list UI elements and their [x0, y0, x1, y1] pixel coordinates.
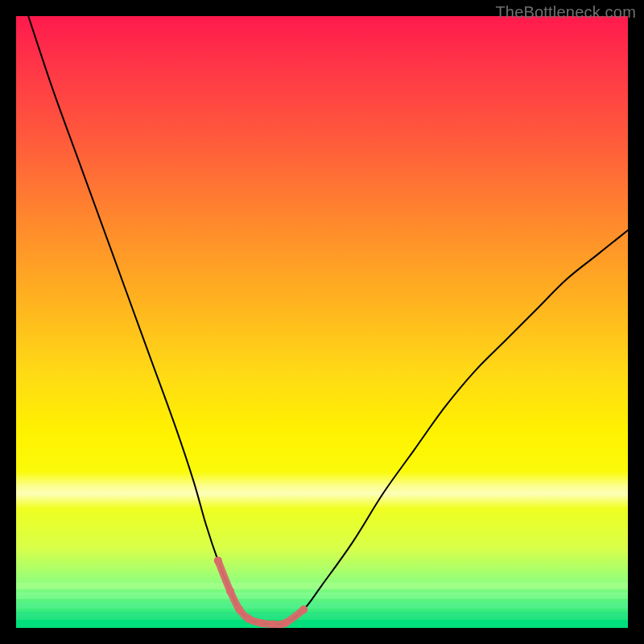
- sweet-spot-dot: [299, 605, 308, 613]
- sweet-spot-dot: [245, 615, 253, 623]
- sweet-spot-dot: [235, 605, 243, 613]
- sweet-spot-dot: [226, 587, 234, 595]
- sweet-spot-dot: [214, 556, 222, 564]
- plot-area: [16, 16, 628, 628]
- sweet-spot-dot: [269, 620, 277, 628]
- chart-frame: TheBottleneck.com: [0, 0, 644, 644]
- sweet-spot-dot: [281, 619, 289, 627]
- sweet-spot-dot: [257, 619, 265, 627]
- sweet-spot-overlay: [16, 16, 628, 628]
